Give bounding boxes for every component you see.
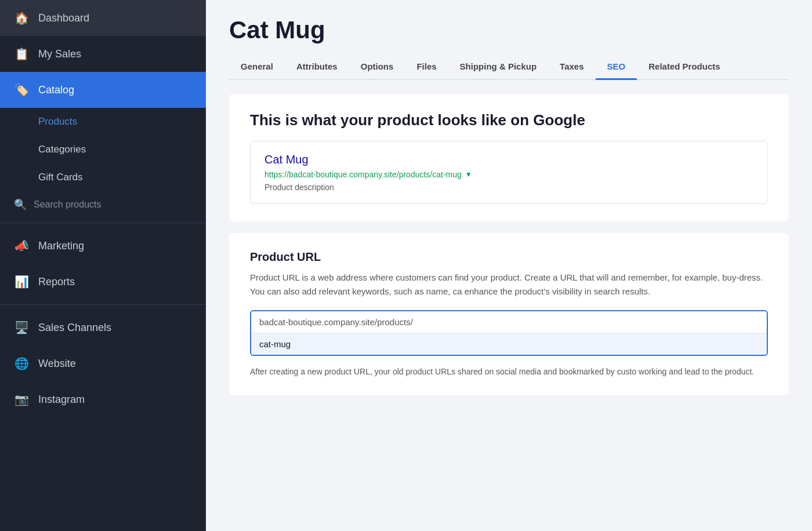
tab-attributes[interactable]: Attributes xyxy=(285,54,349,80)
home-icon: 🏠 xyxy=(14,10,29,26)
sidebar-item-website[interactable]: 🌐 Website xyxy=(0,345,206,381)
catalog-icon: 🏷️ xyxy=(14,82,29,97)
marketing-icon: 📣 xyxy=(14,238,29,253)
sidebar-item-label: Instagram xyxy=(38,394,85,406)
google-preview-title: This is what your product looks like on … xyxy=(250,111,768,129)
tab-general[interactable]: General xyxy=(229,54,285,80)
sidebar-item-catalog[interactable]: 🏷️ Catalog xyxy=(0,72,206,108)
sidebar-item-my-sales[interactable]: 📋 My Sales xyxy=(0,36,206,72)
main-content: Cat Mug General Attributes Options Files… xyxy=(206,0,812,531)
sidebar-item-sales-channels[interactable]: 🖥️ Sales Channels xyxy=(0,310,206,345)
page-header: Cat Mug General Attributes Options Files… xyxy=(206,0,812,80)
tab-options[interactable]: Options xyxy=(349,54,405,80)
instagram-icon: 📷 xyxy=(14,392,29,407)
sidebar-item-reports[interactable]: 📊 Reports xyxy=(0,264,206,300)
sidebar-item-instagram[interactable]: 📷 Instagram xyxy=(0,381,206,417)
sidebar: 🏠 Dashboard 📋 My Sales 🏷️ Catalog Produc… xyxy=(0,0,206,531)
google-preview-section: This is what your product looks like on … xyxy=(229,94,789,221)
google-preview-box: Cat Mug https://badcat-boutique.company.… xyxy=(250,141,768,204)
tab-taxes[interactable]: Taxes xyxy=(548,54,595,80)
tab-seo[interactable]: SEO xyxy=(596,54,637,80)
tabs-bar: General Attributes Options Files Shippin… xyxy=(229,54,789,80)
sidebar-item-label: Catalog xyxy=(38,84,74,96)
google-url: https://badcat-boutique.company.site/pro… xyxy=(264,170,462,179)
sidebar-item-label: My Sales xyxy=(38,48,81,60)
product-url-section: Product URL Product URL is a web address… xyxy=(229,233,789,395)
sidebar-item-label: Marketing xyxy=(38,240,84,252)
sidebar-item-products[interactable]: Products xyxy=(0,108,206,136)
reports-icon: 📊 xyxy=(14,274,29,289)
sales-channels-icon: 🖥️ xyxy=(14,320,29,335)
url-input-wrapper: badcat-boutique.company.site/products/ xyxy=(250,310,768,356)
search-icon: 🔍 xyxy=(14,198,27,211)
tab-shipping[interactable]: Shipping & Pickup xyxy=(448,54,549,80)
url-slug-input[interactable] xyxy=(251,333,767,355)
sidebar-item-marketing[interactable]: 📣 Marketing xyxy=(0,228,206,264)
product-url-heading: Product URL xyxy=(250,250,768,264)
sidebar-divider-2 xyxy=(0,304,206,305)
after-url-note: After creating a new product URL, your o… xyxy=(250,365,768,378)
sidebar-item-gift-cards[interactable]: Gift Cards xyxy=(0,163,206,191)
sidebar-divider xyxy=(0,223,206,223)
sidebar-item-label: Sales Channels xyxy=(38,322,111,334)
tab-related-products[interactable]: Related Products xyxy=(637,54,731,80)
page-title: Cat Mug xyxy=(229,16,789,44)
search-label: Search products xyxy=(34,199,102,210)
tab-files[interactable]: Files xyxy=(405,54,448,80)
sidebar-item-dashboard[interactable]: 🏠 Dashboard xyxy=(0,0,206,36)
product-url-description: Product URL is a web address where custo… xyxy=(250,271,768,299)
google-description: Product description xyxy=(264,183,753,192)
sidebar-item-label: Website xyxy=(38,358,76,370)
sidebar-item-categories[interactable]: Categories xyxy=(0,136,206,163)
sidebar-item-label: Reports xyxy=(38,276,75,288)
content-area: This is what your product looks like on … xyxy=(206,80,812,531)
search-products[interactable]: 🔍 Search products xyxy=(0,191,206,218)
google-url-arrow: ▼ xyxy=(465,170,472,179)
google-url-row: https://badcat-boutique.company.site/pro… xyxy=(264,170,753,179)
website-icon: 🌐 xyxy=(14,356,29,371)
sales-icon: 📋 xyxy=(14,46,29,61)
url-prefix: badcat-boutique.company.site/products/ xyxy=(251,311,767,333)
sidebar-item-label: Dashboard xyxy=(38,12,89,24)
google-product-name[interactable]: Cat Mug xyxy=(264,153,753,166)
